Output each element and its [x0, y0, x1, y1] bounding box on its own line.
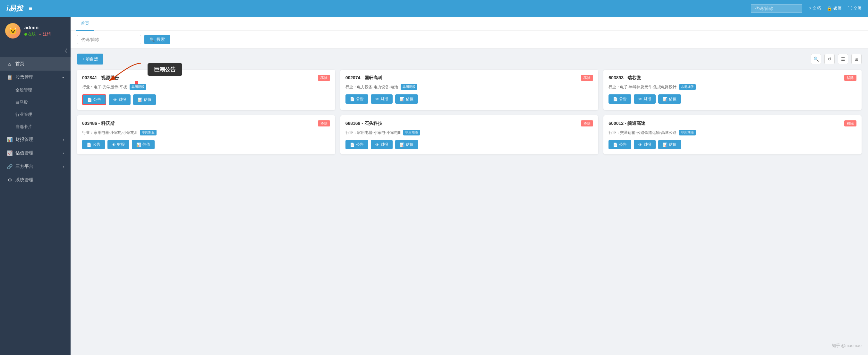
sidebar-item-label: 三方平台 — [16, 164, 60, 170]
header-left: i易投 ≡ — [6, 3, 32, 13]
stock-card-1: 002074 - 国轩高科 移除 行业：电力设备-电力设备-电池 非周期股 📄 … — [340, 70, 598, 110]
finance-button-4[interactable]: 👁 财报 — [371, 140, 393, 149]
sidebar: 🐱 admin 在线 → 注销 《 — [0, 17, 70, 355]
finance-label: 财报 — [644, 142, 651, 147]
announcement-button-1[interactable]: 📄 公告 — [345, 94, 368, 104]
sidebar-item-all-stocks[interactable]: 全股管理 — [0, 84, 70, 96]
remove-badge-2[interactable]: 移除 — [844, 75, 857, 81]
sidebar-item-stock[interactable]: 📋 股票管理 ▾ — [0, 70, 70, 84]
toolbar-right: 🔍 ↺ ☰ ⊞ — [811, 54, 862, 64]
sidebar-item-industry[interactable]: 行业管理 — [0, 109, 70, 121]
grid-icon: ⊞ — [855, 57, 858, 62]
announcement-label: 公告 — [619, 96, 627, 102]
finance-button-1[interactable]: 👁 财报 — [371, 94, 393, 104]
tag-3: 非周期股 — [140, 130, 157, 136]
sidebar-item-finance[interactable]: 📊 财报管理 ‹ — [0, 133, 70, 146]
announcement-icon: 📄 — [350, 97, 355, 101]
card-header-2: 603893 - 瑞芯微 移除 — [609, 75, 857, 81]
list-view-button[interactable]: ☰ — [838, 54, 848, 64]
valuation-button-0[interactable]: 📊 估值 — [133, 94, 156, 105]
valuation-button-4[interactable]: 📊 估值 — [395, 140, 418, 149]
finance-label: 财报 — [380, 96, 388, 102]
announcement-icon: 📄 — [87, 143, 91, 147]
valuation-button-1[interactable]: 📊 估值 — [395, 94, 418, 104]
finance-label: 财报 — [118, 97, 126, 102]
search-button[interactable]: 🔍 搜索 — [144, 35, 170, 44]
sidebar-item-label: 财报管理 — [16, 137, 60, 143]
card-actions-5: 📄 公告 👁 财报 📊 估值 — [609, 140, 857, 149]
remove-badge-0[interactable]: 移除 — [318, 75, 330, 81]
hamburger-icon[interactable]: ≡ — [29, 5, 32, 12]
stock-card-5: 600012 - 皖通高速 移除 行业：交通运输-公路铁路运输-高速公路 非周期… — [603, 115, 862, 154]
announcement-button-4[interactable]: 📄 公告 — [345, 140, 368, 149]
finance-button-5[interactable]: 👁 财报 — [634, 140, 656, 149]
doc-action[interactable]: ? 文档 — [809, 5, 821, 11]
main-layout: 🐱 admin 在线 → 注销 《 — [0, 17, 868, 355]
stock-title-3: 603486 - 科沃斯 — [82, 121, 115, 126]
chevron-icon: ‹ — [63, 165, 64, 169]
tooltip-box: 巨潮公告 — [148, 63, 182, 76]
sidebar-item-third-party[interactable]: 🔗 三方平台 ‹ — [0, 160, 70, 173]
announcement-button-5[interactable]: 📄 公告 — [609, 140, 631, 149]
sidebar-collapse[interactable]: 《 — [0, 45, 70, 57]
fullscreen-label: 全屏 — [853, 5, 862, 11]
valuation-button-5[interactable]: 📊 估值 — [658, 140, 681, 149]
list-icon: ☰ — [841, 57, 845, 62]
user-name: admin — [24, 25, 65, 30]
valuation-icon: 📊 — [400, 97, 404, 101]
search-icon-button[interactable]: 🔍 — [811, 54, 821, 64]
tab-home[interactable]: 首页 — [76, 17, 94, 31]
card-actions-1: 📄 公告 👁 财报 📊 估值 — [345, 94, 593, 104]
industry-text-3: 行业：家用电器-小家电-小家电Ⅲ — [82, 130, 137, 136]
valuation-label: 估值 — [143, 142, 150, 147]
sidebar-item-valuation[interactable]: 📈 估值管理 ‹ — [0, 146, 70, 160]
eye-icon: 👁 — [112, 143, 116, 147]
fullscreen-icon: ⛶ — [847, 6, 852, 11]
sidebar-item-home[interactable]: ⌂ 首页 — [0, 57, 70, 70]
announcement-label: 公告 — [619, 142, 627, 147]
industry-text-1: 行业：电力设备-电力设备-电池 — [345, 84, 398, 90]
tag-2: 非周期股 — [679, 84, 696, 90]
valuation-label: 估值 — [144, 97, 151, 102]
announcement-button-3[interactable]: 📄 公告 — [82, 140, 105, 149]
grid-view-button[interactable]: ⊞ — [851, 54, 862, 64]
finance-button-3[interactable]: 👁 财报 — [107, 140, 129, 149]
card-actions-0: 📄 公告 👁 财报 📊 估值 — [82, 94, 330, 105]
valuation-icon: 📈 — [6, 150, 13, 156]
announcement-button-2[interactable]: 📄 公告 — [609, 94, 631, 104]
remove-badge-5[interactable]: 移除 — [844, 120, 857, 126]
finance-label: 财报 — [644, 96, 651, 102]
sidebar-item-white-horse[interactable]: 白马股 — [0, 96, 70, 109]
sidebar-item-system[interactable]: ⚙ 系统管理 — [0, 173, 70, 187]
search-input[interactable] — [77, 35, 141, 44]
doc-icon: ? — [809, 6, 811, 11]
valuation-button-3[interactable]: 📊 估值 — [132, 140, 155, 149]
lock-label: 锁屏 — [833, 5, 842, 11]
announcement-label: 公告 — [356, 96, 364, 102]
finance-label: 财报 — [117, 142, 125, 147]
sidebar-item-watchlist[interactable]: 自选卡片 — [0, 121, 70, 133]
annotation-arrow — [93, 58, 151, 87]
avatar: 🐱 — [5, 23, 21, 38]
refresh-button[interactable]: ↺ — [825, 54, 835, 64]
sidebar-item-label: 首页 — [16, 61, 64, 67]
card-industry-5: 行业：交通运输-公路铁路运输-高速公路 非周期股 — [609, 130, 857, 136]
finance-button-2[interactable]: 👁 财报 — [634, 94, 656, 104]
main-content: + 加自选 🔍 ↺ ☰ ⊞ — [70, 49, 868, 355]
logout-button[interactable]: → 注销 — [38, 31, 51, 37]
collapse-icon: 《 — [62, 48, 67, 55]
remove-badge-3[interactable]: 移除 — [318, 120, 330, 126]
valuation-icon: 📊 — [400, 143, 404, 147]
fullscreen-action[interactable]: ⛶ 全屏 — [847, 5, 862, 11]
header-search-input[interactable] — [751, 4, 802, 13]
announcement-button-0[interactable]: 📄 公告 — [82, 94, 106, 105]
sidebar-nav: ⌂ 首页 📋 股票管理 ▾ 全股管理 白马股 行业管理 自选卡片 📊 财报管理 … — [0, 57, 70, 355]
remove-badge-1[interactable]: 移除 — [581, 75, 593, 81]
online-label: 在线 — [28, 31, 36, 37]
finance-button-0[interactable]: 👁 财报 — [109, 94, 130, 105]
card-header-4: 688169 - 石头科技 移除 — [345, 120, 593, 126]
remove-badge-4[interactable]: 移除 — [581, 120, 593, 126]
valuation-button-2[interactable]: 📊 估值 — [658, 94, 681, 104]
lock-action[interactable]: 🔒 锁屏 — [827, 5, 842, 11]
third-party-icon: 🔗 — [6, 164, 13, 170]
